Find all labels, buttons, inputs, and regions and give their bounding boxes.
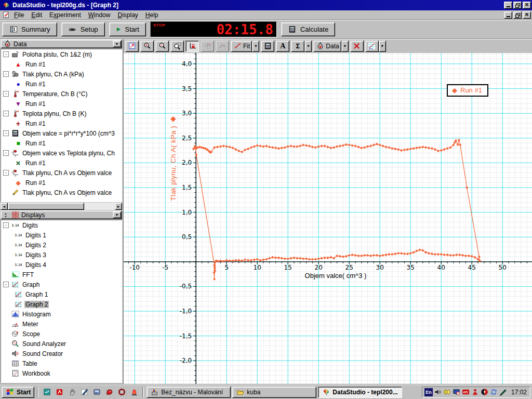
start-menu-button[interactable]: Start xyxy=(2,387,34,398)
tree-collapse-toggle[interactable]: - xyxy=(3,170,9,176)
tray-agent-icon[interactable] xyxy=(471,388,480,396)
data-panel-dropdown-button[interactable]: ▼ xyxy=(113,41,121,47)
menu-item-help[interactable]: Help xyxy=(142,10,162,20)
tree-collapse-toggle[interactable]: - xyxy=(3,222,9,228)
display-item-sound-analyzer[interactable]: Sound Analyzer xyxy=(1,339,122,349)
data-item-tlak-plynu-ch-a-vs-objem-valce[interactable]: -yxTlak plynu, Ch A vs Objem valce xyxy=(1,168,122,178)
tray-keyboard-layout-icon[interactable]: En xyxy=(424,388,433,396)
zoom-select-button[interactable] xyxy=(170,41,184,52)
data-item-run-1[interactable]: ■Run #1 xyxy=(1,138,122,148)
data-item-run-1[interactable]: ×Run #1 xyxy=(1,158,122,168)
tree-collapse-toggle[interactable]: - xyxy=(3,282,9,287)
data-item-run-1[interactable]: +Run #1 xyxy=(1,118,122,128)
data-tree-hscrollbar[interactable]: ◄ ► xyxy=(1,203,122,210)
quick-launch-dragon-icon[interactable] xyxy=(103,387,115,398)
display-item-graph-1[interactable]: Graph 1 xyxy=(1,289,122,299)
slope-tool-button[interactable] xyxy=(216,41,229,52)
data-item-teplota-plynu-ch-b-k[interactable]: -RTDTeplota plynu, Ch B (K) xyxy=(1,109,122,118)
panel-spinner-icon[interactable]: ▲▼ xyxy=(3,212,9,218)
child-minimize-button[interactable] xyxy=(504,11,512,19)
statistics-button[interactable]: Σ xyxy=(291,41,304,52)
tray-ati-icon[interactable]: ATi xyxy=(462,388,470,396)
display-item-digits-3[interactable]: 3.14Digits 3 xyxy=(1,250,122,260)
statistics-button-dropdown[interactable]: ▼ xyxy=(304,41,312,52)
task-datastudio-taskbar-button[interactable]: DataStudio - tepl200... xyxy=(318,387,402,398)
display-item-histogram[interactable]: Histogram xyxy=(1,309,122,319)
displays-panel-header[interactable]: ▲▼ Displays ▼ xyxy=(1,210,122,219)
data-item-objem-valce-vs-teplota-plynu-ch[interactable]: -yxObjem valce vs Teplota plynu, Ch xyxy=(1,148,122,158)
restore-button[interactable] xyxy=(513,2,522,9)
data-item-run-1[interactable]: ▲Run #1 xyxy=(1,59,122,69)
summary-button[interactable]: Summary xyxy=(2,22,57,36)
graph-settings-button-dropdown[interactable]: ▼ xyxy=(379,41,386,52)
data-menu-button[interactable]: Data xyxy=(313,41,341,52)
tree-collapse-toggle[interactable]: - xyxy=(3,51,9,57)
data-menu-button-dropdown[interactable]: ▼ xyxy=(341,41,349,52)
display-item-table[interactable]: Table xyxy=(1,358,122,368)
menu-item-experiment[interactable]: Experiment xyxy=(46,10,85,20)
child-close-button[interactable]: × xyxy=(523,11,531,19)
calculate-button[interactable]: Calculate xyxy=(281,22,335,36)
tree-collapse-toggle[interactable]: - xyxy=(3,130,9,136)
display-item-graph[interactable]: -Graph xyxy=(1,280,122,289)
tray-sync-icon[interactable] xyxy=(490,388,498,396)
fit-menu-button[interactable]: Fit xyxy=(231,41,252,52)
display-item-digits-2[interactable]: 3.14Digits 2 xyxy=(1,240,122,250)
remove-button[interactable] xyxy=(350,41,364,52)
tree-collapse-toggle[interactable]: - xyxy=(3,150,9,156)
display-item-digits-1[interactable]: 3.14Digits 1 xyxy=(1,230,122,240)
scroll-left-button[interactable]: ◄ xyxy=(1,203,8,210)
smart-tool-button[interactable]: xy xyxy=(201,41,214,52)
menu-item-display[interactable]: Display xyxy=(114,10,141,20)
graph-plot-area[interactable]: -10-551015202530354045504,03,53,02,52,01… xyxy=(124,53,532,384)
menu-item-file[interactable]: File xyxy=(10,10,28,20)
tree-collapse-toggle[interactable]: - xyxy=(3,111,9,116)
zoom-out-button[interactable] xyxy=(155,41,169,52)
quick-launch-flame-icon[interactable] xyxy=(128,387,140,398)
task-paint-taskbar-button[interactable]: Bez_názvu - Malování xyxy=(147,387,231,398)
quick-launch-acrobat-icon[interactable] xyxy=(54,387,65,398)
tray-scheduler-icon[interactable] xyxy=(453,388,461,396)
tray-volume-icon[interactable] xyxy=(434,388,442,396)
display-item-digits[interactable]: -3.14Digits xyxy=(1,220,122,230)
data-item-run-1[interactable]: ▼Run #1 xyxy=(1,99,122,109)
data-item-objem-valce-pi-r-r-y-100-cm-3[interactable]: -Objem valce = pi*r*r*y*100 (cm^3 xyxy=(1,128,122,138)
child-restore-button[interactable] xyxy=(513,11,522,19)
data-panel-header[interactable]: Data ▼ xyxy=(1,39,122,48)
tree-collapse-toggle[interactable]: - xyxy=(3,71,9,77)
task-folder-kuba-taskbar-button[interactable]: kuba xyxy=(232,387,316,398)
quick-launch-notes-icon[interactable] xyxy=(41,387,52,398)
display-item-digits-4[interactable]: 3.14Digits 4 xyxy=(1,260,122,270)
data-item-poloha-pistu-ch-1-2-m[interactable]: -Poloha pistu, Ch 1&2 (m) xyxy=(1,49,122,59)
quick-launch-quill-icon[interactable] xyxy=(78,387,90,398)
data-item-tlak-plynu-ch-a-kpa[interactable]: -Tlak plynu, Ch A (kPa) xyxy=(1,69,122,79)
quick-launch-hand-icon[interactable] xyxy=(66,387,77,398)
zoom-in-button[interactable] xyxy=(140,41,154,52)
scroll-thumb[interactable] xyxy=(8,203,84,210)
text-annotation-button[interactable]: A xyxy=(276,41,289,52)
display-item-graph-2[interactable]: Graph 2 xyxy=(1,299,122,309)
quick-launch-device-icon[interactable] xyxy=(91,387,102,398)
display-item-workbook[interactable]: Workbook xyxy=(1,368,122,378)
tray-antivirus-icon[interactable] xyxy=(481,388,489,396)
menu-item-window[interactable]: Window xyxy=(85,10,114,20)
legend[interactable]: ◆ Run #1 xyxy=(447,84,488,97)
data-item-run-1[interactable]: ◆Run #1 xyxy=(1,178,122,188)
data-item-tlak-plynu-ch-a-vs-objem-valce[interactable]: Tlak plynu, Ch A vs Objem valce xyxy=(1,188,122,197)
scale-to-fit-button[interactable] xyxy=(125,41,139,52)
displays-panel-dropdown-button[interactable]: ▼ xyxy=(113,211,121,218)
fit-menu-button-dropdown[interactable]: ▼ xyxy=(252,41,259,52)
data-item-run-1[interactable]: ●Run #1 xyxy=(1,79,122,89)
axis-lock-button[interactable] xyxy=(185,41,199,52)
display-item-sound-creator[interactable]: Sound Creator xyxy=(1,349,122,358)
scroll-right-button[interactable]: ► xyxy=(115,203,122,210)
setup-button[interactable]: Setup xyxy=(61,22,105,36)
calculator-button[interactable] xyxy=(261,41,274,52)
display-item-scope[interactable]: Scope xyxy=(1,329,122,339)
tree-collapse-toggle[interactable]: - xyxy=(3,91,9,97)
start-button[interactable]: ► Start xyxy=(109,22,146,36)
display-item-fft[interactable]: FFT xyxy=(1,270,122,280)
menu-item-edit[interactable]: Edit xyxy=(28,10,46,20)
data-item-temperature-ch-b-c[interactable]: -RTDTemperature, Ch B (°C) xyxy=(1,89,122,99)
graph-settings-button[interactable] xyxy=(365,41,379,52)
